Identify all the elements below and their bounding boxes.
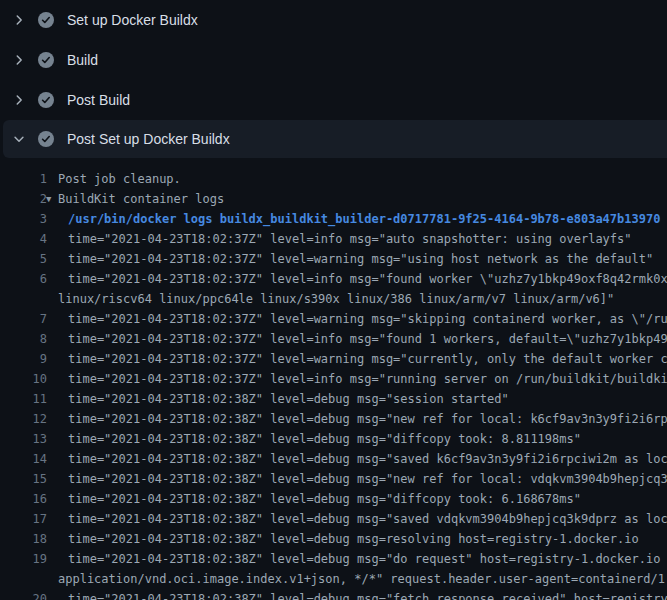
check-circle-icon <box>38 52 54 68</box>
log-line-text: time="2021-04-23T18:02:37Z" level=info m… <box>47 269 667 289</box>
line-number[interactable]: 20 <box>0 589 47 600</box>
log-line-text: time="2021-04-23T18:02:38Z" level=debug … <box>47 389 509 409</box>
log-row: 20time="2021-04-23T18:02:38Z" level=debu… <box>0 589 667 600</box>
line-number[interactable]: 14 <box>0 449 47 469</box>
log-command-text: /usr/bin/docker logs buildx_buildkit_bui… <box>47 209 660 229</box>
log-group-label: BuildKit container logs <box>58 192 224 206</box>
log-line-text: time="2021-04-23T18:02:38Z" level=debug … <box>47 529 639 549</box>
log-line-text: time="2021-04-23T18:02:38Z" level=debug … <box>47 469 667 489</box>
step-header-set-up-docker-buildx[interactable]: Set up Docker Buildx <box>0 0 667 40</box>
log-line-text: time="2021-04-23T18:02:38Z" level=debug … <box>47 589 667 600</box>
log-row: 13time="2021-04-23T18:02:38Z" level=debu… <box>0 429 667 449</box>
log-row: 18time="2021-04-23T18:02:38Z" level=debu… <box>0 529 667 549</box>
line-number[interactable]: 18 <box>0 529 47 549</box>
log-line-text: Post job cleanup. <box>47 169 181 189</box>
chevron-right-icon <box>12 13 28 27</box>
log-line-text: time="2021-04-23T18:02:37Z" level=info m… <box>47 369 667 389</box>
log-row: 8time="2021-04-23T18:02:37Z" level=info … <box>0 329 667 349</box>
log-row: 19time="2021-04-23T18:02:38Z" level=debu… <box>0 549 667 569</box>
line-number[interactable]: 9 <box>0 349 47 369</box>
log-line-text: time="2021-04-23T18:02:38Z" level=debug … <box>47 409 667 429</box>
line-number[interactable]: 6 <box>0 269 47 289</box>
steps-list: Set up Docker Buildx Build Post Build Po… <box>0 0 667 158</box>
log-line-text: time="2021-04-23T18:02:38Z" level=debug … <box>47 549 667 569</box>
log-row: 17time="2021-04-23T18:02:38Z" level=debu… <box>0 509 667 529</box>
log-row: 3/usr/bin/docker logs buildx_buildkit_bu… <box>0 209 667 229</box>
check-circle-icon <box>38 131 54 147</box>
log-line-text: application/vnd.oci.image.index.v1+json,… <box>47 569 667 589</box>
step-header-post-set-up-docker-buildx[interactable]: Post Set up Docker Buildx <box>3 120 667 158</box>
log-row: application/vnd.oci.image.index.v1+json,… <box>0 569 667 589</box>
log-row: 6time="2021-04-23T18:02:37Z" level=info … <box>0 269 667 289</box>
log-line-text: time="2021-04-23T18:02:38Z" level=debug … <box>47 449 667 469</box>
step-header-build[interactable]: Build <box>0 40 667 80</box>
step-title: Post Set up Docker Buildx <box>67 131 230 147</box>
line-number[interactable]: 3 <box>0 209 47 229</box>
step-title: Set up Docker Buildx <box>67 12 198 28</box>
line-number[interactable]: 5 <box>0 249 47 269</box>
log-line-text: time="2021-04-23T18:02:38Z" level=debug … <box>47 429 581 449</box>
line-number[interactable]: 13 <box>0 429 47 449</box>
line-number[interactable]: 11 <box>0 389 47 409</box>
chevron-right-icon <box>12 53 28 67</box>
log-line-text: time="2021-04-23T18:02:37Z" level=warnin… <box>47 349 667 369</box>
log-row: 1Post job cleanup. <box>0 169 667 189</box>
log-row: 4time="2021-04-23T18:02:37Z" level=info … <box>0 229 667 249</box>
step-title: Build <box>67 52 98 68</box>
log-row: 16time="2021-04-23T18:02:38Z" level=debu… <box>0 489 667 509</box>
line-number <box>0 569 47 589</box>
line-number[interactable]: 15 <box>0 469 47 489</box>
log-row: 14time="2021-04-23T18:02:38Z" level=debu… <box>0 449 667 469</box>
log-row: linux/riscv64 linux/ppc64le linux/s390x … <box>0 289 667 309</box>
line-number[interactable]: 4 <box>0 229 47 249</box>
log-line-text: time="2021-04-23T18:02:37Z" level=info m… <box>47 229 632 249</box>
log-line-text: time="2021-04-23T18:02:38Z" level=debug … <box>47 489 581 509</box>
line-number[interactable]: 1 <box>0 169 47 189</box>
line-number[interactable]: 7 <box>0 309 47 329</box>
line-number[interactable]: 16 <box>0 489 47 509</box>
log-line-text: time="2021-04-23T18:02:37Z" level=info m… <box>47 329 667 349</box>
chevron-down-icon <box>12 132 28 146</box>
line-number[interactable]: 8 <box>0 329 47 349</box>
line-number[interactable]: 12 <box>0 409 47 429</box>
step-title: Post Build <box>67 92 130 108</box>
line-number[interactable]: 10 <box>0 369 47 389</box>
chevron-right-icon <box>12 93 28 107</box>
log-area: 1Post job cleanup.2▼BuildKit container l… <box>0 169 667 600</box>
line-number <box>0 289 47 309</box>
log-row: 15time="2021-04-23T18:02:38Z" level=debu… <box>0 469 667 489</box>
step-header-post-build[interactable]: Post Build <box>0 80 667 120</box>
log-group-toggle[interactable]: ▼BuildKit container logs <box>47 189 224 209</box>
log-row: 11time="2021-04-23T18:02:38Z" level=debu… <box>0 389 667 409</box>
log-row: 5time="2021-04-23T18:02:37Z" level=warni… <box>0 249 667 269</box>
log-row: 7time="2021-04-23T18:02:37Z" level=warni… <box>0 309 667 329</box>
log-row: 10time="2021-04-23T18:02:37Z" level=info… <box>0 369 667 389</box>
check-circle-icon <box>38 92 54 108</box>
line-number[interactable]: 17 <box>0 509 47 529</box>
triangle-down-icon: ▼ <box>46 189 58 209</box>
line-number[interactable]: 2 <box>0 189 47 209</box>
log-line-text: linux/riscv64 linux/ppc64le linux/s390x … <box>47 289 614 309</box>
log-row: 9time="2021-04-23T18:02:37Z" level=warni… <box>0 349 667 369</box>
log-line-text: time="2021-04-23T18:02:38Z" level=debug … <box>47 509 667 529</box>
log-row: 2▼BuildKit container logs <box>0 189 667 209</box>
log-line-text: time="2021-04-23T18:02:37Z" level=warnin… <box>47 249 653 269</box>
log-line-text: time="2021-04-23T18:02:37Z" level=warnin… <box>47 309 667 329</box>
line-number[interactable]: 19 <box>0 549 47 569</box>
check-circle-icon <box>38 12 54 28</box>
log-row: 12time="2021-04-23T18:02:38Z" level=debu… <box>0 409 667 429</box>
